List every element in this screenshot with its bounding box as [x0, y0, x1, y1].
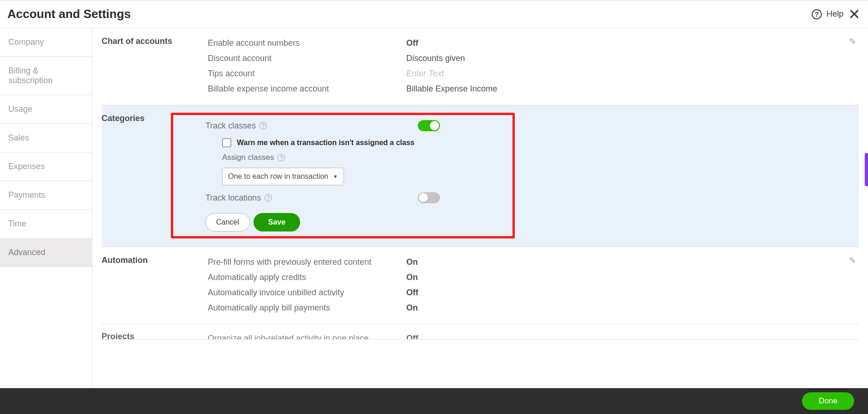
close-icon[interactable]: ✕ [848, 7, 861, 22]
section-chart-of-accounts: Chart of accounts Enable account numbers… [102, 28, 859, 105]
page-title: Account and Settings [7, 7, 131, 21]
table-row: Tips account Enter Text [208, 66, 859, 81]
section-categories: Categories Track classes ? Warn me when … [102, 105, 859, 247]
chevron-down-icon: ▼ [333, 174, 338, 179]
help-label[interactable]: Help [826, 9, 844, 19]
row-label: Pre-fill forms with previously entered c… [208, 257, 406, 267]
row-label: Discount account [208, 54, 406, 63]
sidebar-item-company[interactable]: Company [0, 28, 92, 57]
table-row: Discount account Discounts given [208, 51, 859, 66]
row-label: Automatically invoice unbilled activity [208, 288, 406, 298]
body: Company Billing & subscription Usage Sal… [0, 28, 868, 388]
row-label: Automatically apply bill payments [208, 303, 406, 313]
section-automation: Automation Pre-fill forms with previousl… [102, 247, 859, 324]
row-value: Off [406, 38, 418, 48]
table-row: Billable expense income account Billable… [208, 81, 859, 97]
sidebar: Company Billing & subscription Usage Sal… [0, 28, 92, 388]
row-label: Billable expense income account [208, 84, 406, 94]
cancel-button[interactable]: Cancel [205, 213, 250, 231]
row-label: Organize all job-related activity in one… [208, 334, 406, 340]
highlight-box: Track classes ? Warn me when a transacti… [171, 113, 515, 238]
row-label: Automatically apply credits [208, 273, 406, 282]
select-value: One to each row in transaction [228, 172, 328, 181]
table-row: Automatically apply bill payments On [208, 300, 859, 316]
table-row: Automatically apply credits On [208, 270, 859, 285]
row-value-placeholder: Enter Text [406, 69, 444, 79]
row-value: On [406, 257, 418, 267]
assign-classes-select[interactable]: One to each row in transaction ▼ [222, 168, 344, 185]
sidebar-item-advanced[interactable]: Advanced [0, 238, 92, 267]
sidebar-item-payments[interactable]: Payments [0, 181, 92, 210]
help-tooltip-icon[interactable]: ? [259, 122, 267, 129]
table-row: Automatically invoice unbilled activity … [208, 285, 859, 300]
section-title: Projects [102, 331, 208, 332]
footer-bar: Done [0, 388, 868, 414]
main-content: Chart of accounts Enable account numbers… [92, 28, 868, 388]
assign-classes-label: Assign classes [222, 153, 274, 162]
done-button[interactable]: Done [802, 392, 854, 410]
save-button[interactable]: Save [253, 213, 300, 231]
sidebar-item-sales[interactable]: Sales [0, 124, 92, 152]
table-row: Pre-fill forms with previously entered c… [208, 255, 859, 270]
row-label: Enable account numbers [208, 38, 406, 48]
sidebar-item-billing[interactable]: Billing & subscription [0, 57, 92, 95]
track-classes-label: Track classes [205, 121, 256, 131]
sidebar-item-expenses[interactable]: Expenses [0, 152, 92, 181]
section-title: Automation [102, 255, 208, 316]
table-row: Enable account numbers Off [208, 36, 859, 51]
warn-checkbox[interactable] [222, 138, 231, 147]
sidebar-item-time[interactable]: Time [0, 210, 92, 238]
section-projects: Projects Organize all job-related activi… [102, 324, 859, 340]
row-label: Tips account [208, 69, 406, 79]
row-value: On [406, 273, 418, 282]
row-value: Off [406, 288, 418, 298]
row-value: On [406, 303, 418, 313]
row-value: Discounts given [406, 54, 465, 63]
help-icon[interactable]: ? [812, 9, 822, 19]
edit-icon[interactable]: ✎ [849, 37, 856, 47]
section-title: Chart of accounts [102, 36, 208, 97]
row-value: Off [406, 334, 418, 340]
warn-checkbox-label: Warn me when a transaction isn't assigne… [237, 139, 415, 147]
track-locations-label: Track locations [205, 193, 261, 203]
row-value: Billable Expense Income [406, 84, 497, 94]
scrollbar-accent[interactable] [865, 153, 868, 186]
table-row: Organize all job-related activity in one… [208, 331, 859, 340]
edit-icon[interactable]: ✎ [849, 256, 856, 266]
topbar: Account and Settings ? Help ✕ [0, 0, 868, 28]
track-classes-toggle[interactable] [418, 120, 440, 131]
help-tooltip-icon[interactable]: ? [265, 194, 272, 201]
sidebar-item-usage[interactable]: Usage [0, 95, 92, 124]
track-locations-toggle[interactable] [418, 192, 440, 203]
help-tooltip-icon[interactable]: ? [277, 154, 285, 161]
